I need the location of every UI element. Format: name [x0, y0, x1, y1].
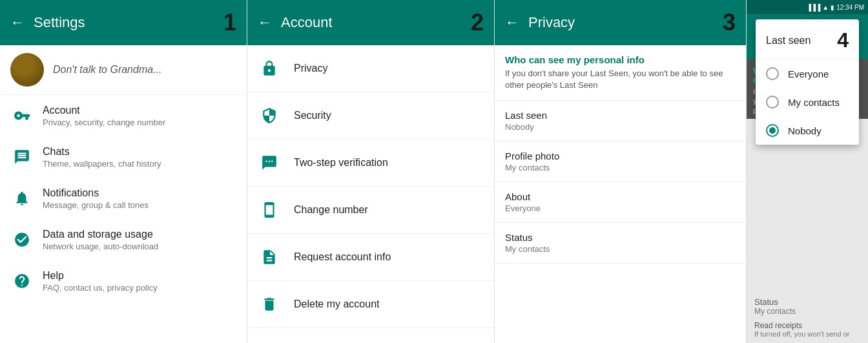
profile-photo-label: Profile photo — [505, 151, 736, 161]
radio-option-everyone[interactable]: Everyone — [756, 59, 859, 88]
account-item-privacy[interactable]: Privacy — [247, 45, 494, 92]
status-section-value: My contacts — [754, 307, 860, 316]
radio-circle-nobody — [766, 124, 779, 137]
profile-name: Don't talk to Grandma... — [53, 64, 161, 76]
status-bar: ▐▐▐ ▲ ▮ 12:34 PM — [747, 0, 868, 14]
read-receipts-sub: If turned off, you won't send or — [754, 330, 860, 338]
account-back-icon[interactable]: ← — [258, 14, 272, 31]
privacy-number: 3 — [723, 9, 736, 36]
profile-row[interactable]: Don't talk to Grandma... — [0, 45, 247, 95]
account-icon — [10, 104, 34, 127]
help-label: Help — [43, 270, 158, 282]
notifications-icon — [10, 187, 34, 210]
radio-label-nobody: Nobody — [788, 125, 822, 136]
security-label: Security — [294, 110, 331, 121]
settings-title: Settings — [34, 14, 218, 31]
security-icon — [258, 104, 281, 127]
account-panel: ← Account 2 Privacy Security Two-step ve… — [247, 0, 495, 343]
settings-number: 1 — [223, 9, 236, 36]
notifications-label: Notifications — [43, 187, 149, 199]
sidebar-item-notifications[interactable]: Notifications Message, group & call tone… — [0, 178, 247, 219]
radio-circle-everyone — [766, 67, 779, 80]
privacy-items-list: Last seen Nobody Profile photo My contac… — [495, 101, 746, 343]
privacy-item-last-seen[interactable]: Last seen Nobody — [495, 101, 746, 141]
profile-photo-value: My contacts — [505, 163, 736, 172]
radio-circle-my-contacts — [766, 96, 779, 109]
status-section-label: Status — [754, 297, 860, 307]
settings-panel: ← Settings 1 Don't talk to Grandma... Ac… — [0, 0, 247, 343]
change-number-label: Change number — [294, 204, 368, 216]
status-value: My contacts — [505, 244, 736, 254]
radio-option-nobody[interactable]: Nobody — [756, 116, 859, 145]
change-number-icon — [258, 198, 281, 222]
account-item-delete[interactable]: Delete my account — [247, 281, 494, 328]
data-text: Data and storage usage Network usage, au… — [43, 229, 158, 251]
account-item-two-step[interactable]: Two-step verification — [247, 140, 494, 187]
data-sublabel: Network usage, auto-download — [43, 242, 158, 251]
status-label: Status — [505, 232, 736, 243]
dialog-title-text: Last seen — [766, 35, 811, 47]
privacy-panel: ← Privacy 3 Who can see my personal info… — [495, 0, 747, 343]
account-label: Account — [43, 105, 165, 116]
radio-label-everyone: Everyone — [788, 68, 829, 79]
privacy-item-about[interactable]: About Everyone — [495, 182, 746, 223]
two-step-label: Two-step verification — [294, 157, 388, 169]
wifi-icon: ▲ — [822, 4, 829, 11]
sidebar-item-help[interactable]: Help FAQ, contact us, privacy policy — [0, 260, 247, 302]
account-item-security[interactable]: Security — [247, 92, 494, 140]
account-text: Account Privacy, security, change number — [43, 105, 165, 127]
privacy-title: Privacy — [528, 14, 718, 31]
chats-text: Chats Theme, wallpapers, chat history — [43, 146, 161, 169]
help-text: Help FAQ, contact us, privacy policy — [43, 270, 158, 293]
privacy-item-profile-photo[interactable]: Profile photo My contacts — [495, 141, 746, 182]
request-info-icon — [258, 245, 281, 269]
chats-label: Chats — [43, 146, 161, 158]
privacy-icon — [258, 57, 281, 80]
dialog-number: 4 — [837, 28, 849, 52]
status-bar-time: 12:34 PM — [836, 4, 864, 11]
sidebar-item-chats[interactable]: Chats Theme, wallpapers, chat history — [0, 136, 247, 178]
account-sublabel: Privacy, security, change number — [43, 118, 165, 127]
privacy-label: Privacy — [294, 63, 327, 74]
privacy-info-subtext: If you don't share your Last Seen, you w… — [495, 68, 746, 101]
help-icon — [10, 269, 34, 293]
privacy-back-icon[interactable]: ← — [505, 14, 519, 31]
request-info-label: Request account info — [294, 251, 391, 263]
notifications-sublabel: Message, group & call tones — [43, 200, 149, 210]
chats-icon — [10, 145, 34, 169]
settings-menu-list: Account Privacy, security, change number… — [0, 95, 247, 343]
sidebar-item-data[interactable]: Data and storage usage Network usage, au… — [0, 219, 247, 260]
dialog-title-row: Last seen 4 — [756, 19, 859, 59]
radio-option-my-contacts[interactable]: My contacts — [756, 88, 859, 116]
two-step-icon — [258, 151, 281, 174]
account-menu-list: Privacy Security Two-step verification C… — [247, 45, 494, 343]
settings-back-icon[interactable]: ← — [10, 14, 25, 31]
data-icon — [10, 228, 34, 251]
delete-icon — [258, 293, 281, 316]
delete-label: Delete my account — [294, 298, 380, 310]
about-value: Everyone — [505, 203, 736, 213]
avatar — [10, 53, 44, 87]
read-receipts-label: Read receipts — [754, 321, 860, 330]
last-seen-dialog: Last seen 4 Everyone My contacts Nobody — [756, 19, 859, 145]
help-sublabel: FAQ, contact us, privacy policy — [43, 283, 158, 293]
last-seen-value: Nobody — [505, 122, 736, 132]
battery-icon: ▮ — [831, 4, 834, 11]
radio-label-my-contacts: My contacts — [788, 97, 840, 108]
avatar-image — [10, 53, 44, 87]
chats-sublabel: Theme, wallpapers, chat history — [43, 159, 161, 169]
privacy-header: ← Privacy 3 — [495, 0, 746, 45]
privacy-item-status[interactable]: Status My contacts — [495, 223, 746, 264]
settings-header: ← Settings 1 — [0, 0, 247, 45]
data-label: Data and storage usage — [43, 229, 158, 240]
radio-inner-nobody — [769, 127, 776, 134]
account-item-change-number[interactable]: Change number — [247, 187, 494, 234]
signal-icon: ▐▐▐ — [807, 4, 820, 11]
account-number: 2 — [471, 9, 484, 36]
privacy-info-header: Who can see my personal info — [495, 45, 746, 68]
status-section: Status My contacts Read receipts If turn… — [747, 292, 868, 343]
sidebar-item-account[interactable]: Account Privacy, security, change number — [0, 95, 247, 136]
account-header: ← Account 2 — [247, 0, 494, 45]
account-item-request-info[interactable]: Request account info — [247, 234, 494, 281]
about-label: About — [505, 191, 736, 202]
